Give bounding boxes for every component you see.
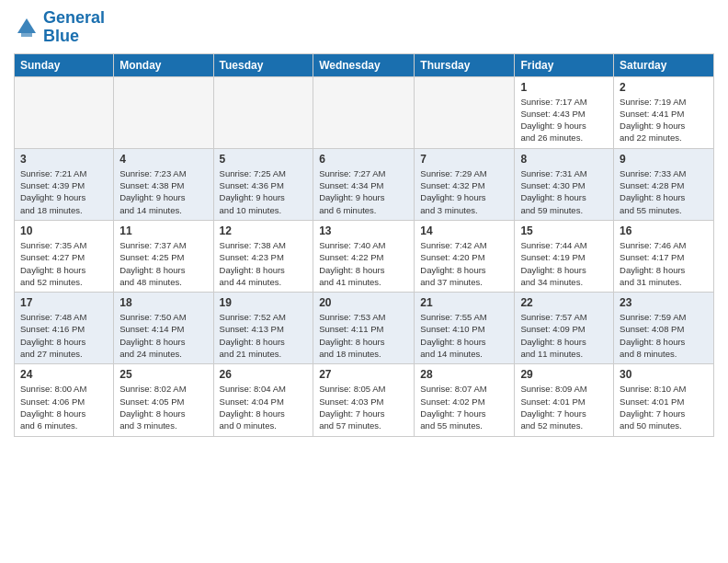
day-number: 17: [20, 296, 108, 309]
logo-icon: [14, 15, 40, 40]
day-info: Sunrise: 7:29 AM Sunset: 4:32 PM Dayligh…: [420, 167, 508, 216]
calendar-cell: 6Sunrise: 7:27 AM Sunset: 4:34 PM Daylig…: [313, 148, 415, 220]
calendar-cell: 12Sunrise: 7:38 AM Sunset: 4:23 PM Dayli…: [213, 220, 313, 292]
calendar-cell: 28Sunrise: 8:07 AM Sunset: 4:02 PM Dayli…: [415, 364, 515, 436]
col-header-sunday: Sunday: [15, 53, 114, 76]
calendar-cell: [415, 76, 515, 148]
day-number: 21: [420, 296, 508, 309]
day-info: Sunrise: 7:21 AM Sunset: 4:39 PM Dayligh…: [20, 167, 108, 216]
day-number: 22: [520, 296, 608, 309]
day-info: Sunrise: 8:04 AM Sunset: 4:04 PM Dayligh…: [220, 383, 308, 431]
day-number: 11: [119, 224, 207, 237]
calendar-week-2: 3Sunrise: 7:21 AM Sunset: 4:39 PM Daylig…: [15, 148, 714, 220]
calendar-cell: 29Sunrise: 8:09 AM Sunset: 4:01 PM Dayli…: [515, 364, 614, 436]
day-info: Sunrise: 7:25 AM Sunset: 4:36 PM Dayligh…: [220, 167, 308, 216]
day-info: Sunrise: 7:48 AM Sunset: 4:16 PM Dayligh…: [20, 311, 108, 360]
day-number: 24: [20, 368, 108, 381]
calendar-cell: 23Sunrise: 7:59 AM Sunset: 4:08 PM Dayli…: [614, 293, 714, 364]
day-number: 26: [220, 368, 308, 381]
day-number: 6: [319, 153, 408, 166]
day-info: Sunrise: 7:17 AM Sunset: 4:43 PM Dayligh…: [520, 96, 608, 144]
calendar-cell: 21Sunrise: 7:55 AM Sunset: 4:10 PM Dayli…: [415, 293, 515, 364]
calendar-cell: 15Sunrise: 7:44 AM Sunset: 4:19 PM Dayli…: [515, 220, 614, 292]
calendar-week-4: 17Sunrise: 7:48 AM Sunset: 4:16 PM Dayli…: [15, 293, 714, 364]
day-number: 15: [520, 224, 608, 237]
calendar-week-3: 10Sunrise: 7:35 AM Sunset: 4:27 PM Dayli…: [15, 220, 714, 292]
calendar-cell: 24Sunrise: 8:00 AM Sunset: 4:06 PM Dayli…: [15, 364, 114, 436]
calendar-cell: [114, 76, 213, 148]
calendar-cell: 8Sunrise: 7:31 AM Sunset: 4:30 PM Daylig…: [515, 148, 614, 220]
calendar-cell: 19Sunrise: 7:52 AM Sunset: 4:13 PM Dayli…: [213, 293, 313, 364]
calendar-cell: 27Sunrise: 8:05 AM Sunset: 4:03 PM Dayli…: [313, 364, 415, 436]
day-number: 2: [620, 81, 708, 94]
day-number: 23: [620, 296, 708, 309]
day-info: Sunrise: 8:09 AM Sunset: 4:01 PM Dayligh…: [520, 383, 608, 431]
col-header-friday: Friday: [515, 53, 614, 76]
col-header-saturday: Saturday: [614, 53, 714, 76]
day-number: 16: [620, 224, 708, 237]
day-info: Sunrise: 7:53 AM Sunset: 4:11 PM Dayligh…: [319, 311, 408, 360]
day-info: Sunrise: 8:05 AM Sunset: 4:03 PM Dayligh…: [319, 383, 408, 431]
col-header-thursday: Thursday: [415, 53, 515, 76]
calendar-week-1: 1Sunrise: 7:17 AM Sunset: 4:43 PM Daylig…: [15, 76, 714, 148]
day-number: 3: [20, 153, 108, 166]
calendar-cell: 25Sunrise: 8:02 AM Sunset: 4:05 PM Dayli…: [114, 364, 213, 436]
day-info: Sunrise: 7:42 AM Sunset: 4:20 PM Dayligh…: [420, 239, 508, 288]
day-number: 7: [420, 153, 508, 166]
calendar-cell: 11Sunrise: 7:37 AM Sunset: 4:25 PM Dayli…: [114, 220, 213, 292]
day-info: Sunrise: 7:19 AM Sunset: 4:41 PM Dayligh…: [620, 96, 708, 144]
svg-rect-2: [21, 33, 32, 37]
calendar-cell: 18Sunrise: 7:50 AM Sunset: 4:14 PM Dayli…: [114, 293, 213, 364]
day-number: 4: [119, 153, 207, 166]
calendar-cell: 22Sunrise: 7:57 AM Sunset: 4:09 PM Dayli…: [515, 293, 614, 364]
col-header-tuesday: Tuesday: [213, 53, 313, 76]
calendar-cell: 20Sunrise: 7:53 AM Sunset: 4:11 PM Dayli…: [313, 293, 415, 364]
day-info: Sunrise: 7:55 AM Sunset: 4:10 PM Dayligh…: [420, 311, 508, 360]
calendar-cell: 16Sunrise: 7:46 AM Sunset: 4:17 PM Dayli…: [614, 220, 714, 292]
day-number: 12: [220, 224, 308, 237]
day-number: 9: [620, 153, 708, 166]
day-number: 18: [119, 296, 207, 309]
day-info: Sunrise: 8:10 AM Sunset: 4:01 PM Dayligh…: [620, 383, 708, 431]
day-number: 13: [319, 224, 408, 237]
day-info: Sunrise: 7:46 AM Sunset: 4:17 PM Dayligh…: [620, 239, 708, 288]
calendar-table: SundayMondayTuesdayWednesdayThursdayFrid…: [14, 53, 714, 437]
calendar-cell: [213, 76, 313, 148]
day-info: Sunrise: 7:44 AM Sunset: 4:19 PM Dayligh…: [520, 239, 608, 288]
day-number: 19: [220, 296, 308, 309]
day-info: Sunrise: 7:31 AM Sunset: 4:30 PM Dayligh…: [520, 167, 608, 216]
calendar-cell: 26Sunrise: 8:04 AM Sunset: 4:04 PM Dayli…: [213, 364, 313, 436]
day-number: 25: [119, 368, 207, 381]
day-number: 28: [420, 368, 508, 381]
calendar-cell: 10Sunrise: 7:35 AM Sunset: 4:27 PM Dayli…: [15, 220, 114, 292]
day-number: 5: [220, 153, 308, 166]
day-info: Sunrise: 7:52 AM Sunset: 4:13 PM Dayligh…: [220, 311, 308, 360]
day-info: Sunrise: 7:40 AM Sunset: 4:22 PM Dayligh…: [319, 239, 408, 288]
calendar-cell: [313, 76, 415, 148]
calendar-cell: 30Sunrise: 8:10 AM Sunset: 4:01 PM Dayli…: [614, 364, 714, 436]
day-info: Sunrise: 7:37 AM Sunset: 4:25 PM Dayligh…: [119, 239, 207, 288]
day-info: Sunrise: 7:50 AM Sunset: 4:14 PM Dayligh…: [119, 311, 207, 360]
day-number: 14: [420, 224, 508, 237]
page-container: General Blue SundayMondayTuesdayWednesda…: [0, 0, 728, 446]
day-info: Sunrise: 7:23 AM Sunset: 4:38 PM Dayligh…: [119, 167, 207, 216]
calendar-header-row: SundayMondayTuesdayWednesdayThursdayFrid…: [15, 53, 714, 76]
day-info: Sunrise: 8:02 AM Sunset: 4:05 PM Dayligh…: [119, 383, 207, 431]
col-header-monday: Monday: [114, 53, 213, 76]
day-info: Sunrise: 7:33 AM Sunset: 4:28 PM Dayligh…: [620, 167, 708, 216]
calendar-cell: 13Sunrise: 7:40 AM Sunset: 4:22 PM Dayli…: [313, 220, 415, 292]
calendar-cell: 5Sunrise: 7:25 AM Sunset: 4:36 PM Daylig…: [213, 148, 313, 220]
page-header: General Blue: [14, 9, 714, 46]
day-number: 10: [20, 224, 108, 237]
day-info: Sunrise: 7:38 AM Sunset: 4:23 PM Dayligh…: [220, 239, 308, 288]
day-info: Sunrise: 7:57 AM Sunset: 4:09 PM Dayligh…: [520, 311, 608, 360]
day-number: 27: [319, 368, 408, 381]
calendar-cell: 17Sunrise: 7:48 AM Sunset: 4:16 PM Dayli…: [15, 293, 114, 364]
col-header-wednesday: Wednesday: [313, 53, 415, 76]
day-number: 30: [620, 368, 708, 381]
day-info: Sunrise: 7:59 AM Sunset: 4:08 PM Dayligh…: [620, 311, 708, 360]
day-number: 8: [520, 153, 608, 166]
calendar-cell: 2Sunrise: 7:19 AM Sunset: 4:41 PM Daylig…: [614, 76, 714, 148]
logo-text: General Blue: [43, 9, 105, 46]
calendar-cell: 9Sunrise: 7:33 AM Sunset: 4:28 PM Daylig…: [614, 148, 714, 220]
